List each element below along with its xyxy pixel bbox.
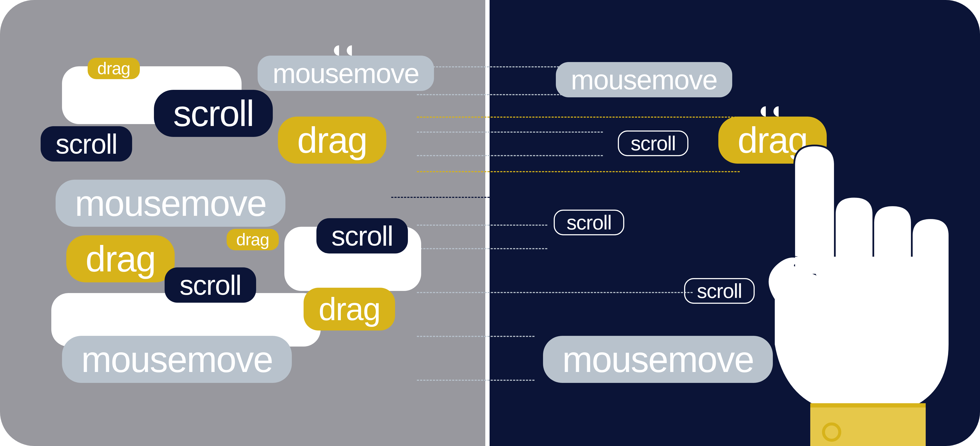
event-scroll[interactable]: scroll xyxy=(41,126,132,161)
event-scroll[interactable]: scroll xyxy=(154,90,273,137)
event-label: mousemove xyxy=(81,341,272,378)
event-mousemove[interactable]: mousemove xyxy=(556,62,732,97)
connector-line xyxy=(417,66,569,67)
event-label: drag xyxy=(97,60,130,77)
event-scroll[interactable]: scroll xyxy=(618,131,688,156)
event-mousemove[interactable]: mousemove xyxy=(56,180,285,227)
event-scroll[interactable]: scroll xyxy=(165,268,256,303)
event-drag[interactable]: drag xyxy=(227,229,279,250)
event-drag[interactable]: drag xyxy=(88,58,140,79)
event-mousemove[interactable]: mousemove xyxy=(543,336,773,383)
connector-line xyxy=(391,197,522,198)
event-label: mousemove xyxy=(272,59,419,87)
event-mousemove[interactable]: mousemove xyxy=(62,336,292,383)
event-label: scroll xyxy=(697,281,742,301)
connector-line xyxy=(417,155,603,156)
connector-line xyxy=(417,171,740,172)
dots-icon xyxy=(760,106,784,118)
event-scroll[interactable]: scroll xyxy=(317,218,408,253)
dots-icon xyxy=(334,45,358,57)
event-label: scroll xyxy=(173,95,253,132)
event-drag[interactable]: drag xyxy=(66,235,175,282)
connector-line xyxy=(417,292,693,293)
event-label: scroll xyxy=(331,222,393,250)
connector-line xyxy=(417,94,569,95)
event-label: scroll xyxy=(566,212,611,233)
event-label: mousemove xyxy=(571,66,717,94)
event-label: drag xyxy=(236,231,269,248)
svg-rect-2 xyxy=(810,403,926,408)
event-label: drag xyxy=(297,122,367,158)
event-label: scroll xyxy=(56,130,117,158)
connector-line xyxy=(417,336,535,337)
connector-line xyxy=(417,380,535,381)
connector-line xyxy=(417,225,547,226)
connector-line xyxy=(417,116,740,118)
connector-line xyxy=(417,132,603,133)
event-label: mousemove xyxy=(562,341,754,378)
event-label: scroll xyxy=(180,271,241,299)
event-scroll[interactable]: scroll xyxy=(554,210,624,235)
event-drag[interactable]: drag xyxy=(304,288,395,330)
event-drag[interactable]: drag xyxy=(278,116,386,164)
svg-rect-0 xyxy=(795,257,948,274)
event-mousemove[interactable]: mousemove xyxy=(258,56,434,91)
connector-line xyxy=(417,248,547,249)
event-scroll[interactable]: scroll xyxy=(684,278,755,304)
event-label: drag xyxy=(318,293,380,325)
hand-cursor-icon xyxy=(746,145,973,441)
event-label: scroll xyxy=(631,133,676,154)
event-label: mousemove xyxy=(75,185,266,221)
event-label: drag xyxy=(86,241,156,277)
